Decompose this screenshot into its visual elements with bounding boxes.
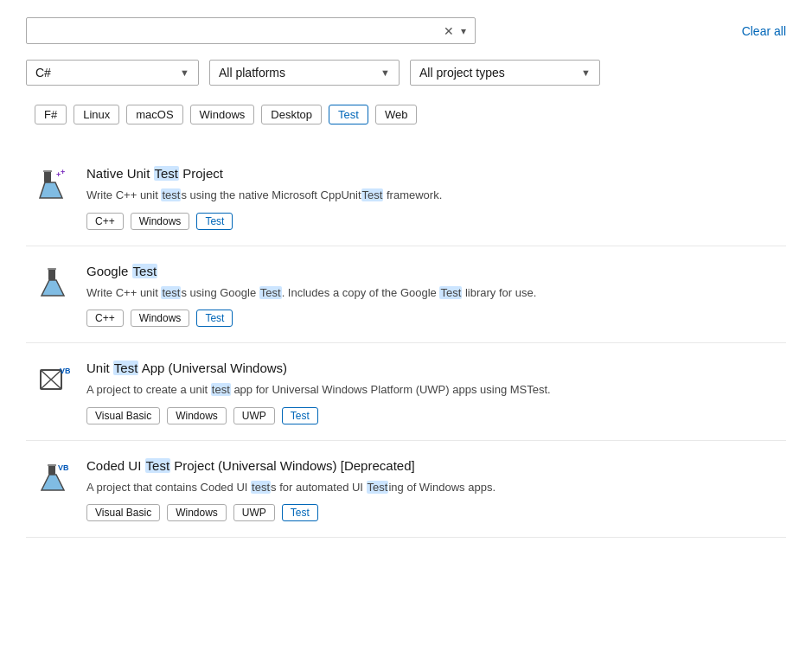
highlight-text: Test bbox=[361, 188, 384, 201]
tag-pill-macos[interactable]: macOS bbox=[126, 105, 182, 124]
clear-all-button[interactable]: Clear all bbox=[742, 24, 786, 38]
tag-pill-linux[interactable]: Linux bbox=[74, 105, 119, 124]
svg-text:+: + bbox=[61, 169, 65, 176]
highlight-text: Test bbox=[132, 264, 158, 278]
language-filter[interactable]: C# ▼ bbox=[26, 60, 199, 86]
project-tags-unit-test-app-uwp: Visual BasicWindowsUWPTest bbox=[86, 407, 777, 424]
project-tag-c++[interactable]: C++ bbox=[86, 310, 124, 327]
tag-pill-f#[interactable]: F# bbox=[35, 105, 67, 124]
project-type-filter-arrow: ▼ bbox=[581, 67, 591, 78]
search-row: test ✕ ▾ Clear all bbox=[26, 17, 786, 44]
project-tag-c++[interactable]: C++ bbox=[86, 213, 124, 230]
language-filter-label: C# bbox=[35, 66, 51, 80]
tag-pill-windows[interactable]: Windows bbox=[190, 105, 255, 124]
project-desc-coded-ui-test-uwp: A project that contains Coded UI tests f… bbox=[86, 479, 777, 496]
project-tag-windows[interactable]: Windows bbox=[167, 504, 227, 521]
tag-pill-test[interactable]: Test bbox=[329, 105, 368, 124]
project-item-native-unit-test[interactable]: + + Native Unit Test ProjectWrite C++ un… bbox=[26, 149, 786, 246]
project-title-unit-test-app-uwp: Unit Test App (Universal Windows) bbox=[86, 359, 777, 377]
svg-rect-17 bbox=[48, 464, 56, 466]
search-box: test ✕ ▾ bbox=[26, 17, 476, 44]
highlight-text: Test bbox=[154, 166, 180, 181]
tag-pill-desktop[interactable]: Desktop bbox=[261, 105, 322, 124]
project-tags-native-unit-test: C++WindowsTest bbox=[86, 213, 777, 230]
svg-text:VB: VB bbox=[60, 367, 70, 375]
project-tag-uwp[interactable]: UWP bbox=[233, 407, 275, 424]
project-content-native-unit-test: Native Unit Test ProjectWrite C++ unit t… bbox=[86, 164, 777, 230]
search-input[interactable]: test bbox=[35, 23, 444, 38]
project-icon-google-test bbox=[35, 264, 73, 302]
platform-filter[interactable]: All platforms ▼ bbox=[209, 60, 400, 86]
project-title-google-test: Google Test bbox=[86, 262, 777, 280]
highlight-text: test bbox=[161, 188, 181, 201]
project-tag-visual-basic[interactable]: Visual Basic bbox=[86, 407, 160, 424]
project-tag-visual-basic[interactable]: Visual Basic bbox=[86, 504, 160, 521]
platform-filter-arrow: ▼ bbox=[380, 67, 390, 78]
project-content-coded-ui-test-uwp: Coded UI Test Project (Universal Windows… bbox=[86, 456, 777, 522]
highlight-text: Test bbox=[145, 458, 171, 473]
highlight-text: Test bbox=[367, 481, 389, 494]
project-item-unit-test-app-uwp[interactable]: VB Unit Test App (Universal Windows)A pr… bbox=[26, 343, 786, 441]
project-tags-coded-ui-test-uwp: Visual BasicWindowsUWPTest bbox=[86, 504, 777, 521]
project-title-native-unit-test: Native Unit Test Project bbox=[86, 164, 777, 182]
project-content-google-test: Google TestWrite C++ unit tests using Go… bbox=[86, 262, 777, 328]
project-icon-unit-test-app-uwp: VB bbox=[35, 361, 73, 399]
search-icons: ✕ ▾ bbox=[444, 25, 466, 37]
language-filter-arrow: ▼ bbox=[180, 67, 189, 78]
highlight-text: test bbox=[251, 481, 271, 494]
project-tag-test[interactable]: Test bbox=[196, 310, 233, 327]
tag-pill-web[interactable]: Web bbox=[375, 105, 418, 124]
svg-rect-6 bbox=[48, 268, 55, 280]
clear-search-icon[interactable]: ✕ bbox=[444, 25, 454, 37]
svg-text:VB: VB bbox=[58, 463, 69, 472]
project-type-filter-label: All project types bbox=[419, 66, 505, 80]
filter-row: C# ▼ All platforms ▼ All project types ▼ bbox=[26, 60, 786, 86]
platform-filter-label: All platforms bbox=[219, 66, 285, 80]
project-title-coded-ui-test-uwp: Coded UI Test Project (Universal Windows… bbox=[86, 456, 777, 475]
search-dropdown-icon[interactable]: ▾ bbox=[461, 25, 466, 37]
highlight-text: Test bbox=[113, 361, 139, 375]
project-desc-google-test: Write C++ unit tests using Google Test. … bbox=[86, 284, 777, 302]
project-tag-test[interactable]: Test bbox=[282, 407, 318, 424]
project-content-unit-test-app-uwp: Unit Test App (Universal Windows)A proje… bbox=[86, 359, 777, 424]
project-tag-windows[interactable]: Windows bbox=[131, 310, 190, 327]
project-desc-native-unit-test: Write C++ unit tests using the native Mi… bbox=[86, 187, 777, 204]
project-tag-windows[interactable]: Windows bbox=[167, 407, 227, 424]
svg-rect-9 bbox=[48, 268, 56, 270]
project-tag-test[interactable]: Test bbox=[282, 504, 318, 521]
project-tag-test[interactable]: Test bbox=[196, 213, 233, 230]
project-tag-uwp[interactable]: UWP bbox=[233, 504, 275, 521]
tags-row: F#LinuxmacOSWindowsDesktopTestWeb bbox=[26, 105, 786, 124]
highlight-text: test bbox=[161, 286, 181, 299]
project-tag-windows[interactable]: Windows bbox=[131, 213, 190, 230]
project-icon-coded-ui-test-uwp: VB bbox=[35, 458, 73, 496]
project-icon-native-unit-test: + + bbox=[35, 166, 73, 204]
highlight-text: Test bbox=[259, 286, 282, 299]
project-item-google-test[interactable]: Google TestWrite C++ unit tests using Go… bbox=[26, 246, 786, 344]
project-type-filter[interactable]: All project types ▼ bbox=[410, 60, 600, 86]
project-list: + + Native Unit Test ProjectWrite C++ un… bbox=[26, 149, 786, 538]
svg-rect-3 bbox=[43, 170, 52, 172]
svg-rect-0 bbox=[44, 170, 51, 182]
highlight-text: test bbox=[211, 383, 231, 396]
project-item-coded-ui-test-uwp[interactable]: VB Coded UI Test Project (Universal Wind… bbox=[26, 441, 786, 539]
highlight-text: Test bbox=[439, 286, 462, 299]
project-desc-unit-test-app-uwp: A project to create a unit test app for … bbox=[86, 381, 777, 399]
project-tags-google-test: C++WindowsTest bbox=[86, 310, 777, 327]
